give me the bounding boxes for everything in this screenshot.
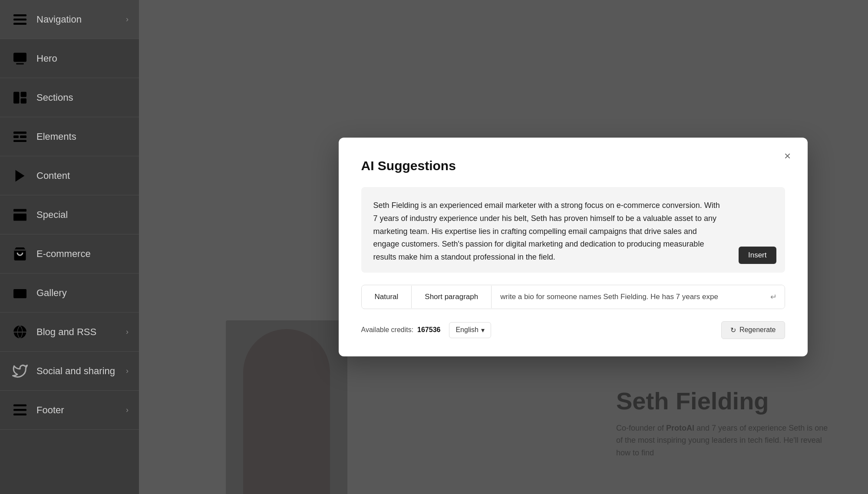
prompt-submit-arrow[interactable]: ↵: [762, 285, 785, 309]
regenerate-button[interactable]: ↻ Regenerate: [721, 321, 785, 339]
modal-close-button[interactable]: ×: [780, 148, 795, 164]
sidebar-item-elements[interactable]: Elements: [0, 117, 139, 156]
sidebar-item-content[interactable]: Content: [0, 156, 139, 195]
svg-rect-14: [13, 214, 26, 221]
sidebar-item-label: Sections: [36, 92, 73, 103]
svg-marker-12: [16, 170, 25, 181]
sidebar-item-label: Blog and RSS: [36, 326, 96, 338]
svg-rect-13: [13, 209, 26, 211]
language-chevron-icon: ▾: [481, 326, 485, 334]
svg-rect-0: [13, 14, 26, 16]
chevron-right-icon: ›: [126, 366, 129, 375]
sidebar-item-label: Hero: [36, 53, 57, 64]
sidebar-item-social[interactable]: Social and sharing ›: [0, 352, 139, 391]
main-content: Seth Fielding Co-founder of ProtoAI and …: [139, 0, 868, 494]
controls-row: Natural Short paragraph ↵: [361, 285, 785, 309]
svg-rect-4: [16, 63, 24, 64]
svg-rect-3: [13, 53, 26, 62]
svg-point-17: [16, 290, 19, 293]
sidebar-item-hero[interactable]: Hero: [0, 39, 139, 78]
chevron-right-icon: ›: [126, 405, 129, 415]
svg-rect-10: [20, 135, 26, 138]
sidebar-item-ecommerce[interactable]: E-commerce: [0, 234, 139, 273]
footer-icon: [12, 402, 28, 418]
gallery-icon: [12, 285, 28, 301]
svg-rect-22: [13, 413, 26, 415]
svg-rect-9: [13, 135, 19, 138]
generated-text-box: Seth Fielding is an experienced email ma…: [361, 187, 785, 272]
svg-rect-21: [13, 409, 26, 411]
sidebar: Navigation › Hero Sections: [0, 0, 139, 494]
social-icon: [12, 363, 28, 379]
svg-rect-5: [13, 92, 20, 103]
nav-icon: [12, 12, 28, 27]
special-icon: [12, 207, 28, 223]
sidebar-item-label: Social and sharing: [36, 366, 115, 377]
svg-rect-6: [21, 92, 27, 97]
modal-backdrop: AI Suggestions × Seth Fielding is an exp…: [278, 0, 868, 494]
ecommerce-icon: [12, 246, 28, 262]
ai-suggestions-modal: AI Suggestions × Seth Fielding is an exp…: [339, 138, 808, 356]
sidebar-item-navigation[interactable]: Navigation ›: [0, 0, 139, 39]
prompt-input[interactable]: [492, 286, 762, 308]
hero-icon: [12, 51, 28, 66]
sidebar-item-label: Footer: [36, 405, 64, 416]
sidebar-item-footer[interactable]: Footer ›: [0, 391, 139, 430]
sidebar-item-label: Elements: [36, 131, 76, 142]
sidebar-item-blog[interactable]: Blog and RSS ›: [0, 313, 139, 352]
svg-rect-8: [13, 132, 26, 134]
regenerate-icon: ↻: [730, 326, 736, 334]
svg-rect-11: [13, 140, 26, 142]
tone-natural-button[interactable]: Natural: [362, 286, 412, 308]
elements-icon: [12, 129, 28, 145]
sidebar-item-gallery[interactable]: Gallery: [0, 273, 139, 313]
sidebar-item-label: Special: [36, 209, 68, 221]
footer-left: Available credits: 167536 English ▾: [361, 322, 491, 338]
svg-rect-20: [13, 404, 26, 406]
language-label: English: [455, 326, 478, 334]
svg-rect-7: [21, 98, 27, 103]
sections-icon: [12, 90, 28, 105]
sidebar-item-label: E-commerce: [36, 248, 91, 260]
modal-title: AI Suggestions: [361, 158, 785, 173]
sidebar-item-special[interactable]: Special: [0, 195, 139, 234]
regenerate-label: Regenerate: [739, 326, 776, 334]
svg-rect-1: [13, 18, 26, 20]
content-icon: [12, 168, 28, 184]
credits-value: 167536: [417, 326, 440, 333]
tone-short-paragraph-button[interactable]: Short paragraph: [412, 286, 492, 308]
svg-rect-2: [13, 23, 26, 25]
blog-icon: [12, 324, 28, 340]
modal-footer-row: Available credits: 167536 English ▾ ↻ Re…: [361, 321, 785, 339]
chevron-right-icon: ›: [126, 15, 129, 24]
language-selector[interactable]: English ▾: [449, 322, 491, 338]
chevron-right-icon: ›: [126, 327, 129, 336]
sidebar-item-label: Content: [36, 170, 70, 181]
insert-button[interactable]: Insert: [739, 247, 776, 264]
sidebar-item-label: Gallery: [36, 287, 67, 299]
credits-text: Available credits: 167536: [361, 326, 441, 334]
sidebar-item-label: Navigation: [36, 14, 82, 25]
sidebar-item-sections[interactable]: Sections: [0, 78, 139, 117]
generated-text: Seth Fielding is an experienced email ma…: [373, 199, 773, 263]
